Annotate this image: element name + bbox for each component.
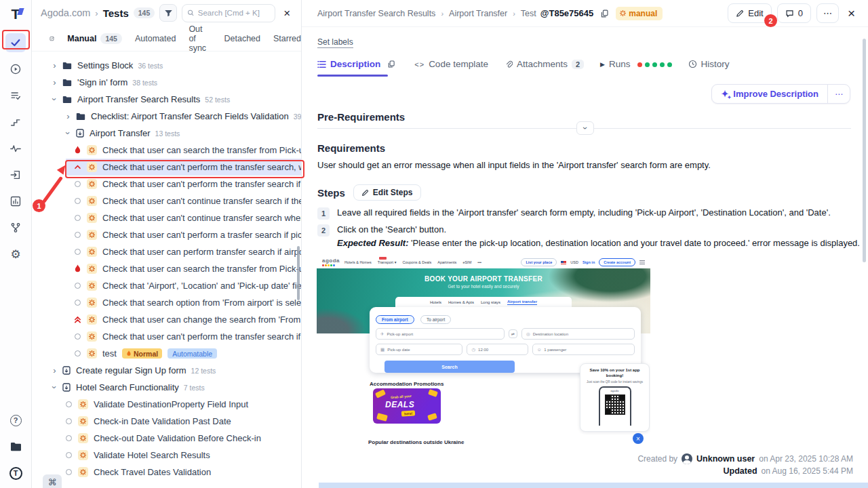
filter-tab-starred[interactable]: Starred bbox=[273, 34, 301, 43]
tree-test-item[interactable]: Validate Hotel Search Results bbox=[32, 447, 301, 464]
close-detail-icon[interactable]: × bbox=[844, 5, 859, 21]
suite-test-count: 39 tests bbox=[294, 113, 301, 121]
tab-history[interactable]: History bbox=[688, 59, 730, 69]
sidebar-item-projects[interactable] bbox=[5, 437, 26, 456]
pencil-icon bbox=[736, 9, 744, 18]
filter-tab-automated[interactable]: Automated bbox=[135, 34, 176, 43]
priority-circle-icon bbox=[73, 283, 82, 289]
priority-circle-icon bbox=[73, 249, 82, 255]
chevron-down-icon[interactable]: › bbox=[50, 96, 60, 103]
manual-test-icon bbox=[87, 213, 97, 223]
filter-button[interactable] bbox=[159, 4, 177, 22]
search-box[interactable] bbox=[182, 4, 275, 22]
tree-suite-item[interactable]: ›Settings Block36 tests bbox=[32, 57, 301, 74]
sidebar-item-import[interactable] bbox=[5, 165, 26, 184]
manual-test-icon bbox=[78, 450, 88, 460]
tree-test-item[interactable]: Check that user can perform transfer sea… bbox=[32, 243, 301, 260]
filter-tab-detached[interactable]: Detached bbox=[224, 34, 260, 43]
horizontal-scrollbar[interactable] bbox=[319, 483, 868, 488]
tree-scrollbar[interactable] bbox=[297, 246, 300, 300]
tab-runs[interactable]: ▶ Runs bbox=[600, 59, 671, 69]
severity-badge: Normal bbox=[122, 348, 162, 359]
tab-code-template[interactable]: <> Code template bbox=[414, 59, 488, 69]
tree-suite-item[interactable]: ›Create regular Sign Up form12 tests bbox=[32, 362, 301, 379]
tree-test-item[interactable]: Check that user can search the transfer … bbox=[32, 260, 301, 277]
chevron-down-icon[interactable]: › bbox=[63, 129, 73, 137]
run-triangle-icon: ▶ bbox=[600, 61, 605, 68]
sidebar-item-account[interactable]: T bbox=[5, 464, 26, 483]
sidebar-item-steps[interactable] bbox=[5, 113, 26, 131]
tree-suite-item[interactable]: ›Checklist: Airport Transfer Search Fiel… bbox=[32, 108, 301, 125]
tab-attachments[interactable]: Attachments 2 bbox=[505, 59, 584, 69]
sidebar-item-plans[interactable] bbox=[5, 86, 26, 105]
comments-button[interactable]: 0 bbox=[777, 3, 811, 23]
tree-test-item[interactable]: Check-out Date Validation Before Check-i… bbox=[32, 430, 301, 447]
breadcrumb-section[interactable]: Tests bbox=[103, 7, 129, 19]
collapse-section-button[interactable]: › bbox=[576, 121, 594, 135]
account-logo-icon: T bbox=[9, 467, 22, 480]
detail-scrollbar[interactable] bbox=[863, 39, 866, 262]
tree-suite-item[interactable]: ›Airport Transfer Search Results52 tests bbox=[32, 91, 301, 108]
expected-result-label: Expected Result: bbox=[337, 238, 408, 248]
tree-test-item[interactable]: Check that user can search the transfer … bbox=[32, 142, 301, 159]
improve-description-button[interactable]: ✦✦ Improve Description bbox=[712, 85, 827, 103]
chevron-right-icon[interactable]: › bbox=[51, 77, 58, 87]
tree-test-item[interactable]: Check that user can't perform the transf… bbox=[66, 159, 301, 176]
priority-circle-icon bbox=[73, 232, 82, 238]
tree-test-item[interactable]: Check that user can't perform the transf… bbox=[32, 176, 301, 192]
suite-doc-icon bbox=[62, 383, 71, 392]
sidebar-item-settings[interactable]: ⚙ bbox=[5, 245, 26, 264]
updated-label: Updated bbox=[724, 466, 757, 476]
suite-doc-icon bbox=[62, 366, 71, 375]
copy-description-icon[interactable] bbox=[387, 60, 395, 68]
improve-more-button[interactable]: ⋯ bbox=[827, 85, 850, 103]
chevron-right-icon[interactable]: › bbox=[51, 365, 58, 375]
chevron-right-icon[interactable]: › bbox=[51, 60, 58, 70]
detail-breadcrumb-subsuite[interactable]: Airport Transfer bbox=[449, 9, 507, 18]
filter-tabs: Manual 145 Automated Out of sync Detache… bbox=[32, 26, 301, 52]
breadcrumb-project[interactable]: Agoda.com bbox=[41, 7, 90, 18]
tree-test-item[interactable]: Check that user can't perform a trasfer … bbox=[32, 226, 301, 243]
bulk-select-icon[interactable] bbox=[50, 34, 54, 43]
chevron-down-icon[interactable]: › bbox=[50, 384, 60, 391]
suite-label: 'Sign in' form bbox=[77, 77, 127, 87]
sidebar-item-help[interactable]: ? bbox=[5, 411, 26, 430]
tree-test-item[interactable]: Check that user can change the search fr… bbox=[32, 311, 301, 328]
sidebar-item-analytics[interactable] bbox=[5, 192, 26, 211]
sidebar-item-branches[interactable] bbox=[5, 218, 26, 237]
test-title: Check that user can't continue transfer … bbox=[102, 213, 301, 223]
detail-breadcrumb-suite[interactable]: Airport Transfer Search Results bbox=[317, 9, 435, 18]
tree-test-item[interactable]: Validate DestinationProperty Field Input bbox=[32, 396, 301, 413]
set-labels-link[interactable]: Set labels bbox=[317, 37, 353, 48]
more-actions-button[interactable]: ⋯ bbox=[816, 3, 839, 23]
tree-suite-item[interactable]: ›Airport Transfer13 tests bbox=[32, 125, 301, 142]
search-input[interactable] bbox=[198, 9, 271, 17]
tree-test-item[interactable]: Check that 'Airport', 'Location' and 'Pi… bbox=[32, 277, 301, 294]
tree-test-item[interactable]: Check that user can't perform the transf… bbox=[32, 328, 301, 345]
chevron-right-icon[interactable]: › bbox=[64, 111, 72, 121]
tree-test-item[interactable]: Check-in Date Validation Past Date bbox=[32, 413, 301, 430]
paperclip-icon bbox=[505, 60, 513, 68]
command-palette-button[interactable]: ⌘ bbox=[43, 474, 62, 488]
close-panel-icon[interactable]: × bbox=[280, 6, 294, 20]
test-title: Check that user can't perform the transf… bbox=[102, 162, 301, 172]
app-logo[interactable]: T bbox=[7, 6, 24, 24]
requirements-title: Requirements bbox=[317, 142, 385, 154]
manual-test-icon bbox=[78, 467, 88, 477]
tree-test-item[interactable]: Check Travel Dates Validation bbox=[32, 464, 301, 481]
sidebar-item-tests[interactable] bbox=[5, 33, 26, 52]
tree-test-item[interactable]: Check that user can't continue transfer … bbox=[32, 209, 301, 226]
sidebar-item-pulse[interactable] bbox=[5, 139, 26, 158]
filter-tab-manual[interactable]: Manual 145 bbox=[67, 33, 122, 44]
edit-steps-button[interactable]: Edit Steps bbox=[353, 184, 421, 201]
copy-test-id-icon[interactable] bbox=[600, 9, 609, 18]
sidebar-item-runs[interactable] bbox=[5, 60, 26, 79]
filter-tab-out-of-sync[interactable]: Out of sync bbox=[189, 24, 211, 53]
tree-suite-item[interactable]: ›Hotel Search Functionality7 tests bbox=[32, 379, 301, 396]
tree-test-item[interactable]: Check that search option from 'From airp… bbox=[32, 294, 301, 311]
tree-test-item[interactable]: Check that user can't continue transfer … bbox=[32, 192, 301, 209]
tree-test-item[interactable]: testNormalAutomatable bbox=[32, 345, 301, 362]
tab-description[interactable]: Description bbox=[317, 59, 398, 69]
tree-suite-item[interactable]: ›'Sign in' form38 tests bbox=[32, 74, 301, 91]
manual-test-icon bbox=[87, 179, 97, 189]
